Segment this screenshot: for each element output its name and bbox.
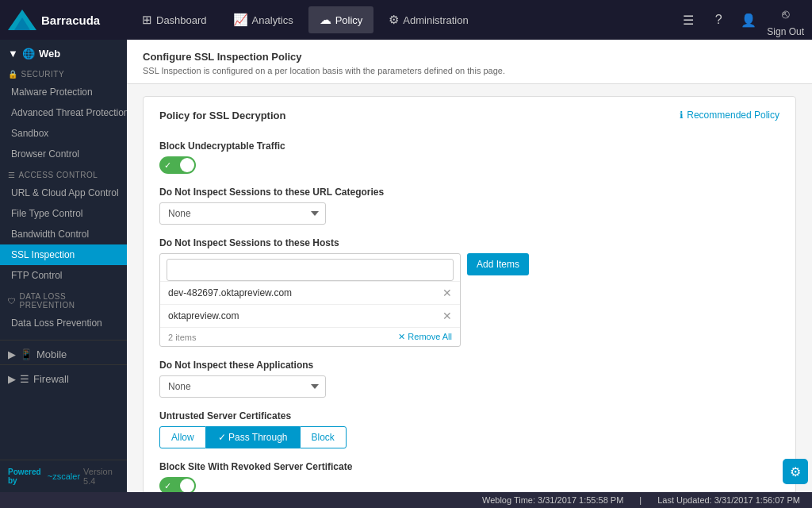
sidebar-firewall-group[interactable]: ▶ ☰ Firewall [0, 365, 127, 389]
top-navigation: Barracuda ⊞ Dashboard 📈 Analytics ☁ Poli… [0, 0, 812, 40]
sidebar-item-data-loss-prevention[interactable]: Data Loss Prevention [0, 313, 127, 333]
dashboard-icon: ⊞ [142, 13, 152, 27]
sidebar: ▼ 🌐 Web 🔒 SECURITY Malware Protection Ad… [0, 40, 127, 492]
ssl-decryption-card: Policy for SSL Decryption ℹ Recommended … [143, 96, 796, 492]
powered-by-label: Powered by [8, 468, 44, 485]
host-value-0: dev-482697.oktapreview.com [168, 287, 292, 298]
status-bar: Weblog Time: 3/31/2017 1:55:58 PM | Last… [0, 492, 812, 508]
floating-action-button[interactable]: ⚙ [783, 459, 808, 484]
ssl-decryption-title: Policy for SSL Decryption [159, 110, 285, 121]
hosts-container: dev-482697.oktapreview.com ✕ oktapreview… [159, 253, 461, 347]
mobile-icon: 📱 [20, 348, 33, 360]
security-label: SECURITY [21, 70, 65, 79]
nav-administration-label: Administration [403, 14, 468, 26]
web-group-label: Web [39, 48, 60, 60]
untrusted-certs-group: Untrusted Server Certificates Allow ✓ Pa… [159, 410, 779, 448]
hosts-text-input[interactable] [167, 259, 454, 281]
page-header-title: Configure SSL Inspection Policy [143, 51, 796, 63]
applications-group: Do Not Inspect these Applications None [159, 360, 779, 398]
sidebar-item-browser-control[interactable]: Browser Control [0, 144, 127, 164]
content-inner: Policy for SSL Decryption ℹ Recommended … [127, 84, 812, 492]
untrusted-certs-label: Untrusted Server Certificates [159, 410, 779, 421]
sidebar-item-url-cloud-app[interactable]: URL & Cloud App Control [0, 183, 127, 203]
last-updated: Last Updated: 3/31/2017 1:56:07 PM [657, 495, 800, 505]
toggle-on[interactable] [159, 156, 196, 174]
sidebar-item-advanced-threat-protection[interactable]: Advanced Threat Protection [0, 102, 127, 123]
nav-dashboard[interactable]: ⊞ Dashboard [131, 6, 218, 33]
host-remove-0[interactable]: ✕ [442, 287, 452, 299]
help-icon[interactable]: ? [707, 8, 730, 32]
sign-out-button[interactable]: Sign Out [767, 26, 804, 37]
checklist-icon[interactable]: ☰ [676, 8, 700, 32]
cert-pass-through-btn[interactable]: ✓ Pass Through [206, 426, 300, 448]
weblog-time: Weblog Time: 3/31/2017 1:55:58 PM [482, 495, 623, 505]
data-loss-header: 🛡 DATA LOSS PREVENTION [0, 286, 127, 313]
security-section-header: 🔒 SECURITY [0, 64, 127, 82]
nav-items: ⊞ Dashboard 📈 Analytics ☁ Policy ⚙ Admin… [131, 6, 676, 33]
url-categories-group: Do Not Inspect Sessions to these URL Cat… [159, 187, 779, 225]
sidebar-item-file-type-control[interactable]: File Type Control [0, 203, 127, 224]
sidebar-item-ftp-control[interactable]: FTP Control [0, 265, 127, 286]
main-layout: ▼ 🌐 Web 🔒 SECURITY Malware Protection Ad… [0, 40, 812, 492]
applications-select[interactable]: None [159, 375, 326, 398]
sidebar-mobile-group[interactable]: ▶ 📱 Mobile [0, 341, 127, 364]
chevron-right-icon: ▶ [8, 348, 16, 360]
access-icon: ☰ [8, 171, 16, 179]
sidebar-item-sandbox[interactable]: Sandbox [0, 123, 127, 144]
sidebar-footer: Powered by ~zscaler Version 5.4 [0, 460, 127, 492]
access-control-label: ACCESS CONTROL [19, 171, 98, 179]
ssl-card-header: Policy for SSL Decryption ℹ Recommended … [159, 110, 779, 131]
host-item-0: dev-482697.oktapreview.com ✕ [160, 281, 460, 304]
toggle-revoked-on[interactable] [159, 477, 196, 492]
content-area: Configure SSL Inspection Policy SSL Insp… [127, 40, 812, 492]
block-undecryptable-group: Block Undecryptable Traffic [159, 140, 779, 174]
recommended-policy-link[interactable]: ℹ Recommended Policy [680, 110, 779, 121]
sidebar-item-ssl-inspection[interactable]: SSL Inspection [0, 244, 127, 265]
nav-policy-label: Policy [335, 14, 363, 26]
url-categories-select[interactable]: None [159, 202, 326, 225]
nav-right: ☰ ? 👤 ⎋ Sign Out [676, 2, 804, 37]
lock-icon: 🔒 [8, 70, 18, 79]
hosts-label: Do Not Inspect Sessions to these Hosts [159, 237, 779, 248]
user-icon[interactable]: 👤 [737, 8, 760, 32]
signout-icon[interactable]: ⎋ [774, 2, 798, 26]
sidebar-item-malware-protection[interactable]: Malware Protection [0, 82, 127, 102]
status-divider: | [639, 495, 642, 505]
globe-icon: 🌐 [22, 48, 35, 60]
firewall-label: Firewall [33, 373, 69, 385]
cert-options-group: Allow ✓ Pass Through Block [159, 426, 779, 448]
host-remove-1[interactable]: ✕ [442, 310, 452, 322]
hosts-group: Do Not Inspect Sessions to these Hosts d… [159, 237, 779, 347]
applications-label: Do Not Inspect these Applications [159, 360, 779, 371]
host-value-1: oktapreview.com [168, 310, 239, 321]
info-icon: ℹ [680, 110, 684, 121]
revoked-cert-toggle[interactable] [159, 477, 779, 492]
data-loss-label: DATA LOSS PREVENTION [20, 292, 120, 310]
administration-icon: ⚙ [389, 13, 399, 27]
nav-administration[interactable]: ⚙ Administration [377, 6, 479, 33]
cert-block-btn[interactable]: Block [300, 426, 347, 448]
cert-allow-btn[interactable]: Allow [159, 426, 206, 448]
nav-analytics[interactable]: 📈 Analytics [222, 6, 304, 33]
logo: Barracuda [8, 8, 131, 32]
page-header: Configure SSL Inspection Policy SSL Insp… [127, 40, 812, 84]
sidebar-web-group[interactable]: ▼ 🌐 Web [0, 40, 127, 64]
zscaler-logo: ~zscaler [48, 471, 80, 481]
sidebar-item-bandwidth-control[interactable]: Bandwidth Control [0, 224, 127, 244]
mobile-label: Mobile [36, 348, 67, 360]
logo-text: Barracuda [41, 13, 100, 27]
chevron-right-icon-firewall: ▶ [8, 373, 16, 385]
nav-analytics-label: Analytics [252, 14, 293, 26]
firewall-icon: ☰ [20, 373, 29, 385]
add-items-button[interactable]: Add Items [467, 253, 529, 275]
version-label: Version 5.4 [83, 467, 119, 486]
shield-icon: 🛡 [8, 297, 17, 306]
block-undecryptable-toggle[interactable] [159, 156, 779, 174]
host-item-1: oktapreview.com ✕ [160, 304, 460, 327]
url-categories-label: Do Not Inspect Sessions to these URL Cat… [159, 187, 779, 198]
remove-all-link[interactable]: ✕ Remove All [398, 332, 452, 342]
nav-policy[interactable]: ☁ Policy [308, 6, 374, 33]
revoked-cert-group: Block Site With Revoked Server Certifica… [159, 461, 779, 492]
analytics-icon: 📈 [233, 13, 248, 27]
nav-dashboard-label: Dashboard [156, 14, 207, 26]
